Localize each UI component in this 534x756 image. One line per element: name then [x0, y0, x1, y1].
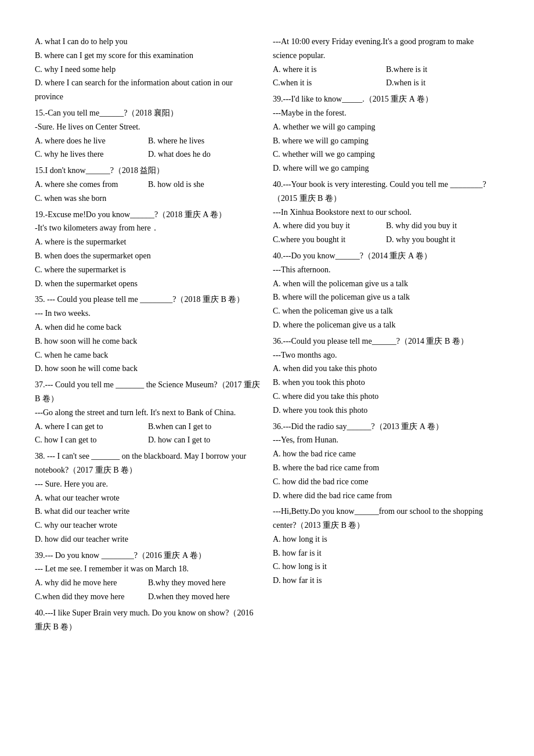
list-item: D. how did our teacher write	[35, 532, 261, 546]
list-item: 35. --- Could you please tell me _______…	[35, 293, 261, 307]
list-item: B. where can I get my score for this exa…	[35, 49, 261, 63]
list-item: B. what did our teacher write	[35, 505, 261, 519]
list-item: D. where you took this photo	[273, 404, 499, 417]
list-item: C. why our teacher wrote	[35, 519, 261, 532]
list-item: ---This afternoon.	[273, 263, 499, 277]
list-item: B. when you took this photo	[273, 376, 499, 390]
list-item: ---Yes, from Hunan.	[273, 433, 499, 447]
list-item: C. when the policeman give us a talk	[273, 304, 499, 318]
list-item: A. where I can get toB.when can I get to	[35, 420, 261, 434]
list-item: B. where will the policeman give us a ta…	[273, 290, 499, 304]
list-item: D. how far it is	[273, 574, 499, 588]
list-item: A. how long it is	[273, 532, 499, 546]
list-item: B. where we will go camping	[273, 134, 499, 148]
list-item: 37.--- Could you tell me _______ the Sci…	[35, 378, 261, 406]
list-item: A. whether we will go camping	[273, 120, 499, 134]
list-item: 40.---Your book is very interesting. Cou…	[273, 178, 499, 206]
list-item: A. when did he come back	[35, 321, 261, 334]
list-item: --- Let me see. I remember it was on Mar…	[35, 562, 261, 576]
list-item: 39.--- Do you know ________?（2016 重庆 A 卷…	[35, 549, 261, 563]
list-item: --- In two weeks.	[35, 307, 261, 321]
list-item: C. why I need some help	[35, 63, 261, 77]
list-item: A. where did you buy itB. why did you bu…	[273, 219, 499, 233]
list-item: ---Go along the street and turn left. It…	[35, 406, 261, 420]
list-item: D. where did the bad rice came from	[273, 489, 499, 503]
list-item: ---Two months ago.	[273, 348, 499, 362]
list-item: 36.---Could you please tell me______?（20…	[273, 334, 499, 348]
list-item: 36.---Did the radio say______?（2013 重庆 A…	[273, 420, 499, 434]
list-item: ---Maybe in the forest.	[273, 106, 499, 120]
right-column: ---At 10:00 every Friday evening.It's a …	[273, 35, 499, 633]
list-item: A. where is the supermarket	[35, 235, 261, 249]
list-item: 15.I don't know______?（2018 益阳）	[35, 164, 261, 178]
list-item: C. how did the bad rice come	[273, 475, 499, 489]
list-item: D. where the policeman give us a talk	[273, 318, 499, 332]
list-item: B. where the bad rice came from	[273, 461, 499, 475]
list-item: ---In Xinhua Bookstore next to our schoo…	[273, 206, 499, 219]
list-item: C.when did they move hereD.when they mov…	[35, 590, 261, 604]
list-item: C. when he came back	[35, 348, 261, 362]
list-item: A. where does he liveB. where he lives	[35, 134, 261, 148]
list-item: A. what our teacher wrote	[35, 491, 261, 505]
list-item: C. whether will we go camping	[273, 147, 499, 161]
list-item: D. how soon he will come back	[35, 362, 261, 376]
list-item: ---Hi,Betty.Do you know______from our sc…	[273, 505, 499, 532]
list-item: --- Sure. Here you are.	[35, 477, 261, 491]
list-item: C.where you bought itD. why you bought i…	[273, 233, 499, 247]
list-item: B. how far is it	[273, 546, 499, 560]
list-item: 39.---I'd like to know_____.（2015 重庆 A 卷…	[273, 92, 499, 106]
list-item: A. why did he move hereB.why they moved …	[35, 576, 261, 590]
left-column: A. what I can do to help youB. where can…	[35, 35, 261, 633]
list-item: ---At 10:00 every Friday evening.It's a …	[273, 35, 499, 63]
list-item: B. how soon will he come back	[35, 334, 261, 348]
list-item: D. when the supermarket opens	[35, 277, 261, 291]
list-item: D. where I can search for the informatio…	[35, 76, 261, 104]
list-item: D. where will we go camping	[273, 161, 499, 175]
list-item: C. how I can get toD. how can I get to	[35, 433, 261, 447]
list-item: 15.-Can you tell me______?（2018 襄阳）	[35, 106, 261, 120]
list-item: -Sure. He lives on Center Street.	[35, 120, 261, 134]
list-item: 40.---I like Super Brain very much. Do y…	[35, 606, 261, 634]
list-item: A. when did you take this photo	[273, 362, 499, 376]
list-item: A. where it isB.where is it	[273, 63, 499, 77]
list-item: A. what I can do to help you	[35, 35, 261, 49]
list-item: A. when will the policeman give us a tal…	[273, 277, 499, 291]
list-item: C. where did you take this photo	[273, 390, 499, 404]
list-item: C. where the supermarket is	[35, 263, 261, 277]
list-item: 40.---Do you know______?（2014 重庆 A 卷）	[273, 249, 499, 263]
list-item: 19.-Excuse me!Do you know______?（2018 重庆…	[35, 208, 261, 222]
main-content: A. what I can do to help youB. where can…	[35, 35, 499, 633]
list-item: C. why he lives thereD. what does he do	[35, 147, 261, 161]
list-item: -It's two kilometers away from here．	[35, 221, 261, 235]
list-item: B. when does the supermarket open	[35, 249, 261, 263]
list-item: A. how the bad rice came	[273, 447, 499, 461]
list-item: 38. --- I can't see _______ on the black…	[35, 449, 261, 477]
list-item: C. when was she born	[35, 192, 261, 206]
list-item: C. how long is it	[273, 560, 499, 574]
list-item: A. where she comes fromB. how old is she	[35, 178, 261, 192]
list-item: C.when it isD.when is it	[273, 76, 499, 90]
